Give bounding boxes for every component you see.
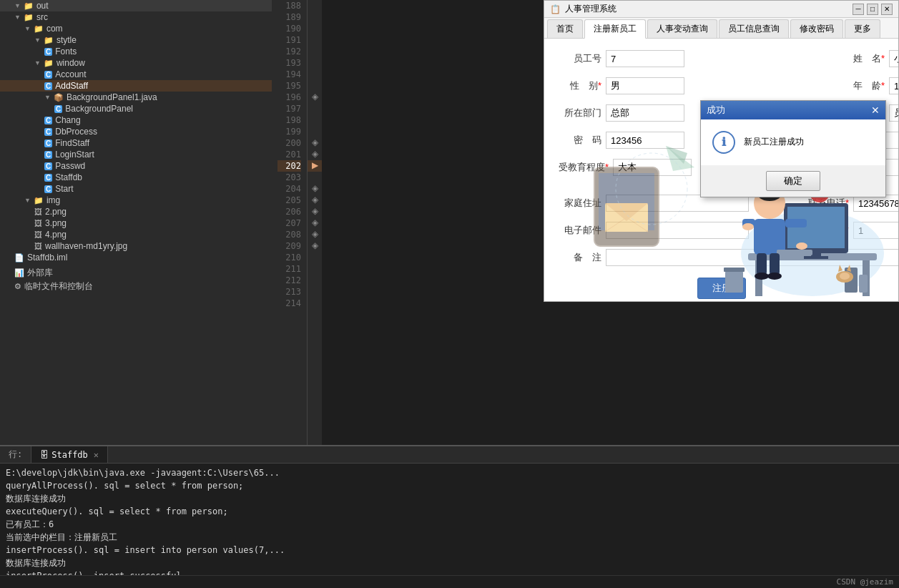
age-label: 年 龄* bbox=[842, 79, 885, 92]
tab-more[interactable]: 更多 bbox=[845, 19, 880, 38]
tree-item-bgpanel[interactable]: C BackgroundPanel bbox=[0, 103, 272, 114]
name-input[interactable] bbox=[889, 50, 898, 67]
tree-item-loginstart[interactable]: C LoginStart bbox=[0, 149, 272, 160]
console-tab-label: Staffdb bbox=[51, 450, 88, 460]
line-214: 214 bbox=[277, 298, 301, 309]
temp-icon: ⚙ bbox=[14, 282, 21, 291]
console-line-4: executeQuery(). sql = select * from pers… bbox=[6, 505, 893, 518]
notes-input[interactable] bbox=[606, 249, 898, 266]
console-area: 行: 🗄 Staffdb ✕ E:\develop\jdk\bin\java.e… bbox=[0, 445, 899, 588]
tab-home[interactable]: 首页 bbox=[547, 19, 583, 38]
tree-label: 临时文件和控制台 bbox=[24, 280, 93, 293]
file-tree: ▼ 📁 out ▼ 📁 src ▼ 📁 com ▼ 📁 stytle C bbox=[0, 0, 272, 445]
name-label: 姓 名* bbox=[842, 52, 885, 65]
tree-item-4png[interactable]: 🖼 4.png bbox=[0, 229, 272, 240]
tree-item-2png[interactable]: 🖼 2.png bbox=[0, 206, 272, 217]
tree-label: Passwd bbox=[55, 161, 85, 171]
address-label: 家庭住址 bbox=[559, 197, 601, 210]
console-footer: CSDN @jeazim bbox=[0, 575, 899, 588]
maximize-button[interactable]: □ bbox=[867, 4, 878, 15]
email-group: 电子邮件 bbox=[559, 222, 749, 239]
class-icon: C bbox=[44, 151, 52, 159]
status-group: 当前状态* bbox=[806, 222, 898, 239]
education-input[interactable] bbox=[613, 159, 692, 176]
tree-label: Start bbox=[55, 184, 73, 194]
line-207: 207 bbox=[277, 217, 301, 229]
console-tab-close[interactable]: ✕ bbox=[94, 450, 99, 460]
console-content: E:\develop\jdk\bin\java.exe -javaagent:C… bbox=[0, 464, 899, 575]
folder-icon: 📦 bbox=[54, 93, 64, 102]
tree-item-wallhaven[interactable]: 🖼 wallhaven-md1yry.jpg bbox=[0, 240, 272, 252]
console-prompt: 行: bbox=[0, 446, 31, 463]
modal-close-button[interactable]: ✕ bbox=[871, 104, 880, 116]
chevron-icon: ▼ bbox=[24, 197, 31, 204]
modal-body: ℹ 新员工注册成功 bbox=[701, 119, 885, 165]
form-row-8: 备 注 bbox=[559, 249, 884, 266]
tree-item-stytle[interactable]: ▼ 📁 stytle bbox=[0, 34, 272, 46]
tree-item-account[interactable]: C Account bbox=[0, 69, 272, 80]
line-198: 198 bbox=[277, 114, 301, 126]
gender-input[interactable] bbox=[606, 77, 684, 94]
tree-item-findstaff[interactable]: C FindStaff bbox=[0, 137, 272, 149]
tree-item-fonts[interactable]: C Fonts bbox=[0, 46, 272, 57]
age-input[interactable] bbox=[889, 77, 898, 94]
tree-item-passwd[interactable]: C Passwd bbox=[0, 160, 272, 172]
tree-item-bgpanel1[interactable]: ▼ 📦 BackgroundPanel1.java bbox=[0, 92, 272, 103]
class-icon: C bbox=[54, 105, 62, 113]
form-row-1: 员工号 姓 名* bbox=[559, 50, 884, 67]
file-icon: 🖼 bbox=[34, 230, 42, 239]
console-line-9: insertProcess(). insert successful. bbox=[6, 569, 893, 575]
file-icon: 📄 bbox=[14, 253, 24, 263]
line-202: 202 bbox=[277, 160, 301, 172]
tree-item-chang[interactable]: C Chang bbox=[0, 114, 272, 126]
tree-item-com[interactable]: ▼ 📁 com bbox=[0, 23, 272, 34]
tree-item-window[interactable]: ▼ 📁 window bbox=[0, 57, 272, 69]
status-input[interactable] bbox=[853, 222, 898, 239]
console-tab-staffdb[interactable]: 🗄 Staffdb ✕ bbox=[31, 446, 108, 463]
tree-item-start[interactable]: C Start bbox=[0, 183, 272, 195]
tree-label: Staffdb bbox=[55, 172, 82, 182]
close-button[interactable]: ✕ bbox=[881, 4, 893, 15]
class-icon: C bbox=[44, 139, 52, 147]
register-button[interactable]: 注册 bbox=[697, 278, 746, 299]
tree-label: 2.png bbox=[45, 207, 67, 217]
tab-change-password[interactable]: 修改密码 bbox=[790, 19, 843, 38]
tree-item-addstaff[interactable]: C AddStaff bbox=[0, 80, 272, 92]
tab-register[interactable]: 注册新员工 bbox=[584, 19, 646, 39]
department-input[interactable] bbox=[606, 104, 684, 122]
tree-item-3png[interactable]: 🖼 3.png bbox=[0, 217, 272, 229]
department-label: 所在部门 bbox=[559, 107, 601, 119]
tree-label: BackgroundPanel bbox=[65, 104, 133, 114]
tree-label: src bbox=[36, 12, 48, 22]
tree-item-img[interactable]: ▼ 📁 img bbox=[0, 195, 272, 206]
window-controls[interactable]: ─ □ ✕ bbox=[853, 4, 893, 15]
console-line-5: 已有员工：6 bbox=[6, 518, 893, 531]
app-icon: 📋 bbox=[550, 4, 561, 14]
modal-message: 新员工注册成功 bbox=[744, 136, 804, 148]
minimize-button[interactable]: ─ bbox=[853, 4, 864, 15]
password-input[interactable] bbox=[606, 132, 684, 149]
tab-staff-query[interactable]: 员工信息查询 bbox=[719, 19, 789, 38]
modal-confirm-button[interactable]: 确定 bbox=[766, 171, 820, 191]
tree-item-staffdbiml[interactable]: 📄 Staffdb.iml bbox=[0, 252, 272, 263]
permission-input[interactable] bbox=[889, 104, 898, 122]
address-input[interactable] bbox=[606, 195, 749, 212]
tree-label: Fonts bbox=[55, 46, 77, 57]
email-input[interactable] bbox=[606, 222, 749, 239]
tab-personnel-change[interactable]: 人事变动查询 bbox=[647, 19, 717, 38]
tree-label: LoginStart bbox=[55, 150, 94, 160]
gender-label: 性 别* bbox=[559, 79, 601, 92]
success-dialog: 成功 ✕ ℹ 新员工注册成功 确定 bbox=[700, 100, 886, 197]
folder-icon: 📁 bbox=[34, 24, 44, 34]
tree-item-src[interactable]: ▼ 📁 src bbox=[0, 11, 272, 23]
name-group: 姓 名* bbox=[842, 50, 898, 67]
tree-item-dbprocess[interactable]: C DbProcess bbox=[0, 126, 272, 137]
class-icon: C bbox=[44, 162, 52, 170]
tree-item-staffdb[interactable]: C Staffdb bbox=[0, 172, 272, 183]
phone-input[interactable] bbox=[853, 195, 898, 212]
tree-item-external-libs[interactable]: 📊 外部库 bbox=[0, 266, 272, 280]
tree-item-temp-files[interactable]: ⚙ 临时文件和控制台 bbox=[0, 280, 272, 293]
employee-id-input[interactable] bbox=[606, 50, 684, 67]
tree-label: Staffdb.iml bbox=[27, 253, 67, 263]
tree-item-out[interactable]: ▼ 📁 out bbox=[0, 0, 272, 11]
